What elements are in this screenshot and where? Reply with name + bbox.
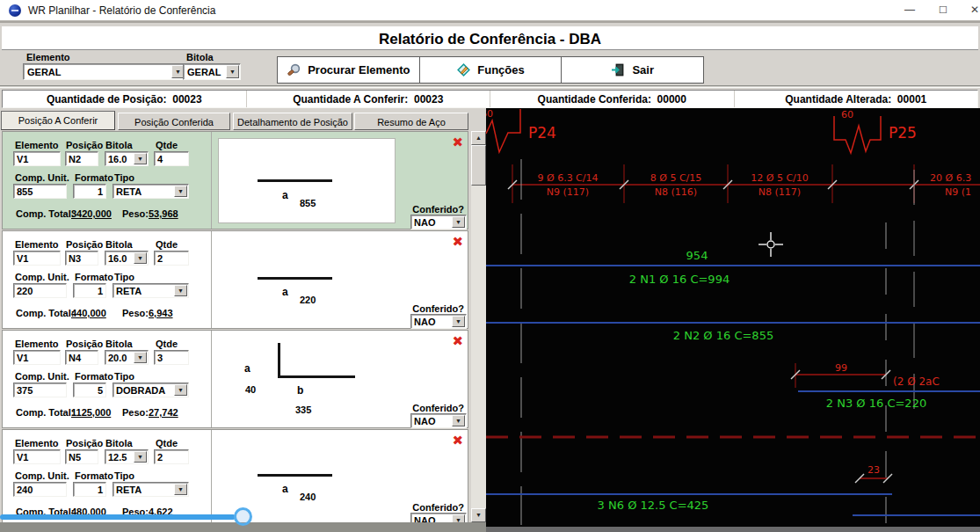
qtde-field[interactable]: 4 <box>154 151 189 166</box>
conferido-select[interactable]: NAO ▼ <box>410 215 467 230</box>
scrollbar-thumb[interactable] <box>471 145 486 186</box>
chevron-down-icon[interactable]: ▼ <box>226 65 239 78</box>
elemento-field[interactable]: V1 <box>13 251 61 266</box>
conferido-label: Conferido? <box>412 204 464 215</box>
delete-record-icon[interactable]: ✖ <box>452 135 463 149</box>
elemento-field[interactable]: V1 <box>13 350 61 365</box>
chevron-down-icon[interactable]: ▼ <box>452 415 465 426</box>
peso-label: Peso: <box>122 208 149 219</box>
chevron-down-icon[interactable]: ▼ <box>174 285 187 296</box>
comp-unit-label: Comp. Unit. <box>15 371 69 382</box>
tipo-select[interactable]: RETA ▼ <box>113 283 189 298</box>
elemento-field[interactable]: V1 <box>13 151 61 166</box>
minimize-button[interactable]: — <box>895 0 925 20</box>
comp-unit-field[interactable]: 375 <box>13 383 67 397</box>
bitola-select[interactable]: 16.0 ▼ <box>105 151 149 166</box>
chevron-down-icon[interactable]: ▼ <box>174 384 187 396</box>
divider <box>0 85 980 88</box>
scroll-down-icon[interactable]: ▼ <box>471 508 486 522</box>
cad-dim-seg3-line2: N8 (117) <box>759 186 801 198</box>
chevron-down-icon[interactable]: ▼ <box>452 316 465 327</box>
delete-record-icon[interactable]: ✖ <box>452 235 463 248</box>
comp-unit-field[interactable]: 220 <box>13 283 67 298</box>
conferido-label: Conferido? <box>412 403 464 413</box>
video-progress-handle[interactable] <box>234 507 252 526</box>
delete-record-icon[interactable]: ✖ <box>452 434 463 447</box>
elemento-select[interactable]: GERAL ▼ <box>23 63 186 80</box>
posicao-field[interactable]: N2 <box>65 151 98 166</box>
cad-canvas[interactable]: 60 P24 60 P25 9 Ø 6.3 C/14 N9 (117) 8 Ø … <box>486 108 980 527</box>
comp-unit-field[interactable]: 855 <box>13 184 67 199</box>
bent-bar-horizontal-line <box>278 375 355 378</box>
funcoes-button[interactable]: Funções <box>419 57 562 83</box>
formato-field[interactable]: 1 <box>73 184 106 199</box>
records-scrollbar[interactable]: ▲ ▼ <box>471 131 486 522</box>
conferido-select[interactable]: NAO ▼ <box>410 314 467 329</box>
chevron-down-icon[interactable]: ▼ <box>134 153 147 164</box>
elemento-label: Elemento <box>15 339 59 349</box>
record-row-n2[interactable]: Elemento V1 Posição N2 Bitola 16.0 ▼ Qtd… <box>2 131 468 230</box>
conferido-label: Conferido? <box>412 303 464 314</box>
tab-posicao-conferida[interactable]: Posição Conferida <box>118 113 230 130</box>
bent-bar-vertical-line <box>278 343 280 378</box>
posicao-field[interactable]: N4 <box>65 350 98 365</box>
tipo-select[interactable]: RETA ▼ <box>113 482 189 497</box>
chevron-down-icon[interactable]: ▼ <box>174 484 187 495</box>
maximize-button[interactable]: ☐ <box>928 0 958 20</box>
qtde-label: Qtde <box>156 438 178 448</box>
posicao-field[interactable]: N5 <box>65 449 98 464</box>
tipo-label: Tipo <box>114 172 134 183</box>
shape-a-value: 240 <box>300 492 316 502</box>
tipo-select[interactable]: DOBRADA ▼ <box>113 383 189 397</box>
comp-total-value: 440,000 <box>71 308 106 318</box>
conferido-select[interactable]: NAO ▼ <box>410 513 467 522</box>
record-row-n3[interactable]: Elemento V1 Posição N3 Bitola 16.0 ▼ Qtd… <box>2 230 468 329</box>
formato-field[interactable]: 1 <box>73 482 106 497</box>
conferido-select[interactable]: NAO ▼ <box>410 413 467 428</box>
chevron-down-icon[interactable]: ▼ <box>452 216 465 228</box>
cad-rebar-n1: 2 N1 Ø 16 C=994 <box>629 273 730 286</box>
divider <box>211 331 212 427</box>
qtde-field[interactable]: 2 <box>154 449 189 464</box>
tab-posicao-a-conferir[interactable]: Posição A Conferir <box>1 111 115 130</box>
formato-label: Formato <box>75 272 113 282</box>
bitola-select[interactable]: 16.0 ▼ <box>105 251 149 266</box>
qtde-label: Qtde <box>156 339 178 349</box>
toolbar-buttons: Procurar Elemento Funções Sair <box>277 56 704 84</box>
elemento-label: Elemento <box>26 52 70 62</box>
peso-label: Peso: <box>122 407 149 418</box>
bitola-value: 20.0 <box>108 353 127 363</box>
video-progress-bar[interactable] <box>0 514 236 520</box>
bitola-select[interactable]: GERAL ▼ <box>183 63 241 80</box>
record-row-n4[interactable]: Elemento V1 Posição N4 Bitola 20.0 ▼ Qtd… <box>2 330 468 428</box>
stat-label: Quantidade de Posição: <box>47 93 167 106</box>
chevron-down-icon[interactable]: ▼ <box>174 186 187 197</box>
record-row-n5[interactable]: Elemento V1 Posição N5 Bitola 12.5 ▼ Qtd… <box>2 429 468 522</box>
posicao-field[interactable]: N3 <box>65 251 98 266</box>
close-button[interactable]: ✕ <box>960 0 980 20</box>
sair-button[interactable]: Sair <box>561 57 703 83</box>
qtde-field[interactable]: 2 <box>154 251 189 266</box>
tipo-value: RETA <box>116 485 142 495</box>
delete-record-icon[interactable]: ✖ <box>452 334 463 347</box>
formato-field[interactable]: 1 <box>73 283 106 298</box>
scroll-up-icon[interactable]: ▲ <box>471 131 486 145</box>
chevron-down-icon[interactable]: ▼ <box>134 451 147 463</box>
tab-resumo-de-aco[interactable]: Resumo de Aço <box>354 113 468 130</box>
conferido-value: NAO <box>414 416 435 426</box>
qtde-field[interactable]: 3 <box>154 350 189 365</box>
cad-pillar-p24: P24 <box>528 124 556 142</box>
cad-dim-seg2-line1: 8 Ø 5 C/15 <box>650 172 702 184</box>
tipo-select[interactable]: RETA ▼ <box>113 184 189 199</box>
posicao-label: Posição <box>66 239 103 250</box>
procurar-elemento-button[interactable]: Procurar Elemento <box>278 57 419 83</box>
chevron-down-icon[interactable]: ▼ <box>134 252 147 264</box>
formato-field[interactable]: 5 <box>73 383 106 397</box>
chevron-down-icon[interactable]: ▼ <box>452 514 465 522</box>
bitola-select[interactable]: 12.5 ▼ <box>105 449 149 464</box>
elemento-field[interactable]: V1 <box>13 449 61 464</box>
comp-unit-field[interactable]: 240 <box>13 482 67 497</box>
bitola-select[interactable]: 20.0 ▼ <box>105 350 149 365</box>
tab-detalhamento-de-posicao[interactable]: Detalhamento de Posição <box>233 113 352 130</box>
chevron-down-icon[interactable]: ▼ <box>134 352 147 363</box>
